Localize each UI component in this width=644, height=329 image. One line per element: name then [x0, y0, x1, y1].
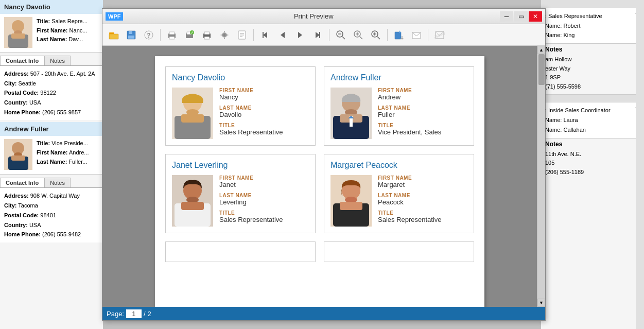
right-firstname-label-1: Name:	[545, 23, 562, 29]
card3-fields: FIRST NAME Margaret LAST NAME Peacock TI…	[378, 175, 467, 227]
person2-lastname-label: Last Name:	[37, 159, 67, 165]
page-area[interactable]: Nancy Davolio	[102, 46, 537, 307]
zoom-button[interactable]	[350, 27, 367, 43]
tab-contact-info-2[interactable]: Contact Info	[0, 178, 44, 187]
save-button[interactable]	[123, 27, 140, 43]
card3-title-label: TITLE	[378, 210, 467, 216]
close-button[interactable]: ✕	[529, 11, 542, 22]
p1-postal-value: 98122	[40, 90, 56, 96]
person2-title-label: Title:	[37, 140, 50, 146]
quick-print-button[interactable]: ✓	[181, 27, 198, 43]
right-notes-extra-2: (71) 555-5598	[545, 82, 640, 92]
card0-fields: FIRST NAME Nancy LAST NAME Davolio TITLE…	[219, 88, 309, 139]
right-firstname-value-1: Robert	[563, 23, 580, 29]
card1-ln-label: LAST NAME	[378, 105, 467, 111]
email-button[interactable]	[408, 27, 425, 43]
employee-card-5-partial	[324, 241, 474, 262]
zoom-in-button[interactable]	[368, 27, 384, 43]
svg-rect-26	[204, 32, 210, 34]
person2-firstname-label: First Name:	[37, 149, 68, 155]
title-bar: WPF Print Preview ─ ▭ ✕	[102, 9, 545, 24]
person2-avatar	[4, 139, 32, 170]
right-notes-content-1: am Hollow ester Way 1 9SP (71) 555-5598	[541, 54, 644, 92]
print-setup-button[interactable]	[199, 27, 215, 43]
page-separator: /	[144, 310, 146, 318]
svg-rect-20	[169, 37, 175, 39]
wpf-badge: WPF	[106, 12, 123, 21]
card3-fn-value: Margaret	[378, 181, 467, 188]
card0-title-value: Sales Representative	[219, 128, 309, 136]
cards-grid: Nancy Davolio	[165, 66, 474, 233]
zoom-out-button[interactable]	[333, 27, 349, 43]
svg-rect-64	[181, 114, 204, 123]
right-firstname-label-2: Name:	[545, 117, 562, 123]
right-lastname-label-2: Name:	[545, 127, 562, 133]
right-notes-line-1: am Hollow	[545, 55, 640, 64]
person2-lastname-value: Fuller...	[68, 159, 87, 165]
right-firstname-value-2: Laura	[563, 117, 578, 123]
tab-notes-2[interactable]: Notes	[44, 178, 71, 187]
page-label: Page:	[107, 310, 124, 318]
right-lastname-value-1: King	[563, 32, 575, 38]
content-scrollbar[interactable]: ▲ ▼	[537, 46, 545, 307]
scroll-up-arrow[interactable]: ▲	[537, 46, 545, 54]
p1-country-value: USA	[29, 99, 41, 106]
card1-fields: FIRST NAME Andrew LAST NAME Fuller TITLE…	[378, 88, 467, 139]
p2-phone-value: (206) 555-9482	[42, 231, 81, 237]
scroll-down-arrow[interactable]: ▼	[537, 299, 545, 307]
export-button[interactable]	[391, 27, 407, 43]
restore-button[interactable]: ▭	[514, 11, 528, 22]
print-button[interactable]	[164, 27, 180, 43]
svg-line-50	[377, 37, 380, 39]
page-button[interactable]	[234, 27, 250, 43]
svg-rect-76	[181, 202, 204, 210]
minimize-button[interactable]: ─	[500, 11, 513, 22]
scrollbar-thumb[interactable]	[538, 54, 545, 85]
person1-info: Title: Sales Repre... First Name: Nanc..…	[37, 17, 88, 44]
card0-fn-label: FIRST NAME	[219, 88, 309, 93]
window-controls: ─ ▭ ✕	[500, 11, 542, 22]
p1-phone-value: (206) 555-9857	[42, 109, 81, 115]
employee-card-0: Nancy Davolio	[165, 66, 316, 146]
scrollbar-track[interactable]	[537, 54, 545, 299]
tab-notes-1[interactable]: Notes	[44, 56, 71, 65]
person1-title-label: Title:	[37, 18, 50, 24]
settings-button[interactable]	[216, 27, 233, 43]
svg-line-42	[342, 37, 345, 39]
p2-addr-label: Address:	[4, 193, 29, 199]
help-button[interactable]: ?	[141, 27, 157, 43]
svg-rect-9	[11, 155, 25, 161]
prev-page-button[interactable]	[274, 27, 291, 43]
last-page-button[interactable]	[309, 27, 326, 43]
svg-point-28	[223, 33, 226, 37]
window-title: Print Preview	[127, 12, 500, 20]
card2-fn-label: FIRST NAME	[219, 175, 309, 181]
card2-photo	[172, 175, 213, 227]
svg-text:✓: ✓	[190, 30, 194, 35]
first-page-button[interactable]	[257, 27, 273, 43]
right-notes-content-2: 11th Ave. N.E. 105 (206) 555-1189	[541, 149, 644, 178]
next-page-button[interactable]	[292, 27, 308, 43]
right-info-2: : Inside Sales Coordinator Name: Laura N…	[545, 106, 640, 134]
person2-title-value: Vice Preside...	[51, 140, 88, 146]
tab-contact-info-1[interactable]: Contact Info	[0, 56, 44, 65]
card0-fn-value: Nancy	[219, 93, 309, 101]
page-total: 2	[148, 310, 151, 318]
svg-marker-34	[263, 32, 267, 38]
card1-title-label: TITLE	[378, 123, 467, 128]
person1-title-value: Sales Repre...	[51, 18, 88, 24]
open-button[interactable]	[106, 27, 122, 43]
svg-text:?: ?	[147, 32, 150, 39]
person1-lastname-value: Dav...	[68, 36, 83, 42]
right-scrollbar[interactable]	[636, 0, 644, 329]
person1-firstname-value: Nanc...	[69, 27, 88, 33]
sep1	[160, 29, 161, 41]
person1-lastname-label: Last Name:	[37, 36, 67, 42]
watermark-button[interactable]: DRAFT	[431, 27, 448, 43]
right-lastname-value-2: Callahan	[563, 127, 585, 133]
page-input[interactable]	[126, 309, 142, 318]
person2-contact-details: Address: 908 W. Capital Way City: Tacoma…	[0, 188, 103, 242]
svg-rect-81	[340, 202, 362, 210]
person2-tabs: Contact Info Notes	[0, 178, 103, 188]
p2-phone-label: Home Phone:	[4, 231, 41, 237]
